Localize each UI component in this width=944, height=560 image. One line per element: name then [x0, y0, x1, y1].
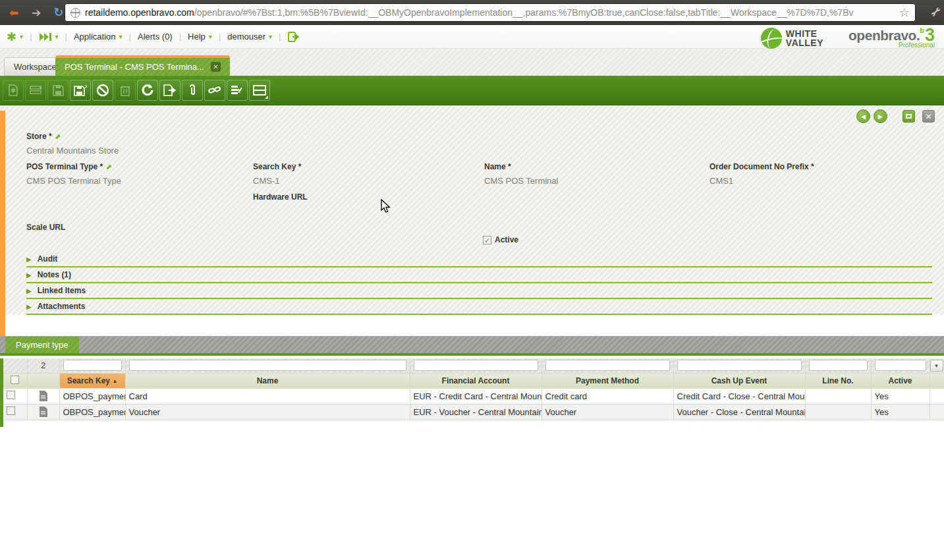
- active-checkbox[interactable]: ✓: [483, 236, 491, 244]
- form-grid-toggle-button[interactable]: [249, 80, 270, 101]
- section-linked-items[interactable]: ▶ Linked Items: [26, 283, 932, 299]
- filter-payment-method[interactable]: [541, 358, 673, 373]
- filter-name[interactable]: [125, 358, 410, 373]
- spacer-cell: [930, 388, 944, 404]
- section-attachments-label: Attachments: [38, 302, 86, 311]
- section-audit[interactable]: ▶ Audit: [26, 252, 932, 267]
- field-active[interactable]: ✓ Active: [483, 235, 518, 244]
- section-notes[interactable]: ▶ Notes (1): [26, 267, 932, 283]
- save-close-icon: ✕: [74, 84, 87, 96]
- help-menu[interactable]: Help ▾: [181, 32, 219, 42]
- process-button[interactable]: [227, 80, 248, 101]
- cell-line-no: [805, 404, 871, 420]
- field-hardware-url[interactable]: Hardware URL: [253, 192, 308, 202]
- pos-terminal-type-value[interactable]: CMS POS Terminal Type: [26, 176, 121, 186]
- filter-line-no[interactable]: [805, 358, 871, 373]
- save-close-button[interactable]: ✕: [70, 80, 91, 101]
- expand-triangle-icon: ▶: [26, 256, 32, 263]
- row-checkbox[interactable]: [7, 391, 15, 399]
- workspace-menu[interactable]: ✱ ▾: [0, 30, 30, 44]
- sort-ascending-icon: ▲: [112, 378, 117, 384]
- user-menu[interactable]: demouser ▾: [221, 32, 279, 42]
- application-menu[interactable]: Application ▾: [67, 32, 129, 42]
- link-out-icon[interactable]: ⬈: [55, 132, 61, 141]
- link-out-icon[interactable]: ⬈: [105, 163, 111, 171]
- row-icon-cell: [27, 404, 59, 420]
- cell-cash-up-event: Credit Card - Close - Central Mount: [673, 388, 805, 404]
- select-all-checkbox[interactable]: [11, 376, 19, 384]
- section-attachments[interactable]: ▶ Attachments: [26, 299, 932, 315]
- bookmark-star-icon[interactable]: ☆: [899, 5, 910, 20]
- active-checkbox-label: Active: [495, 235, 518, 244]
- table-row[interactable]: OBPOS_paymen Voucher EUR - Voucher - Cen…: [3, 404, 944, 420]
- next-record-button[interactable]: ▶: [874, 109, 887, 123]
- attachment-button[interactable]: [182, 80, 203, 101]
- column-header-search-key[interactable]: Search Key ▲: [59, 373, 125, 388]
- record-navigation: ◀ ▶ ✕: [856, 109, 935, 123]
- browser-forward-icon[interactable]: ➔: [28, 4, 45, 21]
- browser-settings-icon[interactable]: 🔧︎: [928, 7, 941, 18]
- cell-financial-account: EUR - Credit Card - Central Mounta: [410, 388, 541, 404]
- url-bar[interactable]: retaildemo.openbravo.com/openbravo/#%7Bs…: [65, 3, 916, 22]
- field-pos-terminal-type[interactable]: POS Terminal Type *⬈ CMS POS Terminal Ty…: [26, 162, 121, 186]
- cell-payment-method: Credit card: [541, 388, 673, 404]
- tab-pos-terminal[interactable]: POS Terminal - CMS POS Termina... ✕: [55, 55, 230, 76]
- row-select-cell: [3, 404, 27, 420]
- previous-record-button[interactable]: ◀: [856, 109, 870, 123]
- column-header-payment-method[interactable]: Payment Method: [541, 373, 673, 388]
- user-label: demouser: [227, 32, 265, 42]
- form-panel: ◀ ▶ ✕ Store *⬈ Central Mountains Store P…: [0, 105, 944, 336]
- openbravo-sup: b: [920, 26, 924, 34]
- new-document-button[interactable]: ✱: [3, 80, 24, 101]
- logout-button[interactable]: [281, 32, 306, 42]
- browser-back-icon[interactable]: ⬅: [5, 4, 22, 21]
- order-doc-prefix-value[interactable]: CMS1: [709, 176, 814, 186]
- link-button[interactable]: [204, 80, 225, 101]
- partner-logo: WHITE VALLEY: [761, 28, 823, 49]
- section-notes-label: Notes (1): [38, 270, 71, 279]
- column-header-name[interactable]: Name: [125, 373, 410, 388]
- column-header-line-no[interactable]: Line No.: [805, 373, 871, 388]
- tab-payment-type[interactable]: Payment type: [5, 337, 79, 353]
- spacer-cell: [930, 404, 944, 420]
- maximize-button[interactable]: [902, 110, 915, 123]
- field-scale-url[interactable]: Scale URL: [26, 223, 65, 232]
- tab-pos-terminal-label: POS Terminal - CMS POS Termina...: [65, 62, 204, 72]
- row-checkbox[interactable]: [7, 406, 15, 415]
- column-header-financial-account[interactable]: Financial Account: [410, 373, 541, 388]
- partner-logo-line2: VALLEY: [786, 38, 823, 47]
- openbravo-three: 3: [925, 28, 935, 42]
- new-document-icon: ✱: [8, 84, 18, 96]
- help-label: Help: [188, 32, 206, 42]
- filter-cash-up-event[interactable]: [673, 358, 805, 373]
- column-picker-header: [930, 373, 944, 388]
- table-row[interactable]: OBPOS_paymen Card EUR - Credit Card - Ce…: [3, 388, 944, 404]
- save-button[interactable]: [47, 80, 69, 101]
- close-form-button[interactable]: ✕: [922, 110, 935, 123]
- refresh-button[interactable]: [137, 80, 158, 101]
- filter-search-key[interactable]: [59, 358, 125, 373]
- alerts-label: Alerts (0): [138, 32, 173, 42]
- column-header-active[interactable]: Active: [871, 373, 930, 388]
- search-key-value[interactable]: CMS-1: [253, 176, 301, 186]
- cancel-button[interactable]: [92, 80, 113, 101]
- field-search-key[interactable]: Search Key * CMS-1: [253, 162, 301, 186]
- field-name[interactable]: Name * CMS POS Terminal: [484, 162, 558, 186]
- column-header-cash-up-event[interactable]: Cash Up Event: [673, 373, 805, 388]
- name-value[interactable]: CMS POS Terminal: [484, 176, 558, 186]
- delete-icon: [120, 84, 130, 96]
- tab-close-icon[interactable]: ✕: [211, 62, 221, 72]
- store-value[interactable]: Central Mountains Store: [26, 146, 119, 155]
- openbravo-logo: openbravo. b 3 Professional: [848, 28, 935, 49]
- field-order-doc-prefix[interactable]: Order Document No Prefix * CMS1: [709, 162, 814, 186]
- filter-financial-account[interactable]: [410, 358, 541, 373]
- new-row-button[interactable]: ✱: [25, 80, 46, 101]
- select-all-cell: [3, 373, 27, 388]
- field-store[interactable]: Store *⬈ Central Mountains Store: [26, 132, 119, 155]
- column-picker-button[interactable]: ▼: [930, 360, 943, 372]
- delete-button[interactable]: [115, 80, 136, 101]
- export-button[interactable]: [159, 80, 180, 101]
- quick-launch-menu[interactable]: ▾: [32, 32, 65, 42]
- filter-active[interactable]: [871, 358, 930, 373]
- alerts-menu[interactable]: Alerts (0): [131, 32, 179, 42]
